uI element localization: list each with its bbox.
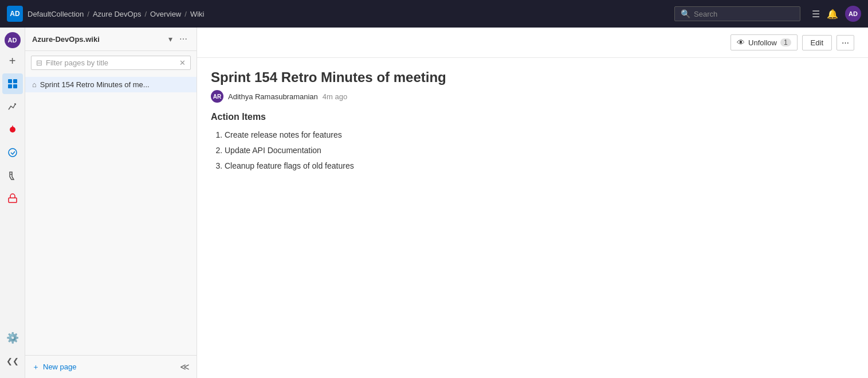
svg-rect-0 bbox=[8, 79, 12, 83]
rail-devops[interactable] bbox=[2, 142, 23, 163]
svg-point-6 bbox=[9, 149, 17, 157]
user-avatar[interactable]: AD bbox=[845, 6, 861, 22]
plus-icon: ＋ bbox=[32, 362, 40, 372]
more-options-button[interactable]: ⋯ bbox=[836, 35, 854, 50]
list-icon[interactable]: ☰ bbox=[812, 9, 820, 20]
breadcrumb-azure-devops[interactable]: Azure DevOps bbox=[93, 10, 142, 18]
svg-rect-1 bbox=[13, 79, 17, 83]
notification-icon[interactable]: 🔔 bbox=[827, 9, 838, 20]
logo-text: AD bbox=[10, 10, 19, 18]
svg-rect-3 bbox=[13, 84, 17, 88]
sidebar-header: Azure-DevOps.wiki ▾ ⋯ bbox=[25, 28, 197, 51]
rail-add[interactable]: + bbox=[2, 50, 23, 71]
sidebar-pages: ⌂ Sprint 154 Retro Minutes of me... bbox=[25, 75, 197, 355]
svg-rect-8 bbox=[9, 198, 17, 202]
icon-rail: AD + ⚙️ ❮❮ bbox=[0, 28, 25, 378]
search-box[interactable]: 🔍 bbox=[674, 6, 800, 21]
rail-collapse[interactable]: ❮❮ bbox=[2, 350, 23, 371]
edit-button[interactable]: Edit bbox=[802, 35, 832, 50]
clear-filter-icon[interactable]: ✕ bbox=[179, 59, 186, 67]
rail-settings[interactable]: ⚙️ bbox=[2, 328, 23, 348]
content-body: Action Items Create release notes for fe… bbox=[197, 112, 868, 378]
page-title: Sprint 154 Retro Minutes of meeting bbox=[211, 69, 854, 85]
ellipsis-icon: ⋯ bbox=[842, 38, 849, 47]
collapse-sidebar-icon[interactable]: ≪ bbox=[180, 361, 190, 372]
rail-avatar[interactable]: AD bbox=[5, 32, 21, 48]
breadcrumb-overview[interactable]: Overview bbox=[150, 10, 181, 18]
author-name: Adithya Ramasubramanian bbox=[228, 92, 318, 101]
main-body: AD + ⚙️ ❮❮ Azu bbox=[0, 28, 868, 378]
rail-bugs[interactable] bbox=[2, 119, 23, 140]
unfollow-icon: 👁 bbox=[737, 38, 745, 47]
chevron-left-icon: ❮❮ bbox=[6, 357, 19, 365]
action-items-list: Create release notes for features Update… bbox=[211, 129, 854, 172]
wiki-title: Azure-DevOps.wiki bbox=[32, 35, 163, 44]
unfollow-label: Unfollow bbox=[748, 38, 777, 47]
chevron-down-icon[interactable]: ▾ bbox=[166, 33, 175, 45]
topbar-icon-group: ☰ 🔔 AD bbox=[812, 6, 861, 22]
search-icon: 🔍 bbox=[681, 9, 690, 18]
rail-test[interactable] bbox=[2, 165, 23, 186]
page-meta: AR Adithya Ramasubramanian 4m ago bbox=[211, 90, 854, 103]
follow-count: 1 bbox=[780, 38, 791, 46]
sidebar-footer: ＋ New page ≪ bbox=[25, 355, 197, 378]
action-item-2: Update API Documentation bbox=[225, 145, 854, 157]
filter-input[interactable] bbox=[46, 59, 176, 67]
content-title-row: Sprint 154 Retro Minutes of meeting AR A… bbox=[197, 58, 868, 112]
unfollow-button[interactable]: 👁 Unfollow 1 bbox=[730, 34, 798, 50]
sidebar-filter-box[interactable]: ⊟ ✕ bbox=[31, 56, 191, 70]
filter-icon: ⊟ bbox=[36, 59, 42, 67]
svg-point-4 bbox=[10, 127, 15, 133]
app-logo[interactable]: AD bbox=[7, 6, 23, 22]
breadcrumb-default-collection[interactable]: DefaultCollection bbox=[28, 10, 84, 18]
home-icon: ⌂ bbox=[32, 80, 37, 89]
sidebar-header-icons: ▾ ⋯ bbox=[166, 33, 190, 45]
new-page-label: New page bbox=[43, 363, 77, 371]
author-avatar: AR bbox=[211, 90, 223, 103]
settings-icon: ⚙️ bbox=[6, 332, 19, 344]
breadcrumb: DefaultCollection / Azure DevOps / Overv… bbox=[28, 10, 204, 18]
rail-analytics[interactable] bbox=[2, 96, 23, 117]
svg-rect-2 bbox=[8, 84, 12, 88]
page-item-label: Sprint 154 Retro Minutes of me... bbox=[40, 80, 150, 89]
content-toolbar: 👁 Unfollow 1 Edit ⋯ bbox=[197, 28, 868, 58]
section-heading: Action Items bbox=[211, 112, 854, 122]
action-item-1: Create release notes for features bbox=[225, 129, 854, 141]
more-options-icon[interactable]: ⋯ bbox=[177, 33, 190, 45]
search-input[interactable] bbox=[694, 10, 794, 18]
edit-label: Edit bbox=[811, 38, 823, 47]
new-page-button[interactable]: ＋ New page bbox=[32, 362, 77, 372]
breadcrumb-wiki[interactable]: Wiki bbox=[190, 10, 205, 18]
sidebar-page-item[interactable]: ⌂ Sprint 154 Retro Minutes of me... bbox=[25, 77, 197, 92]
action-item-3: Cleanup feature flags of old features bbox=[225, 160, 854, 172]
content-area: 👁 Unfollow 1 Edit ⋯ Sprint 154 Retro Min… bbox=[197, 28, 868, 378]
topbar: AD DefaultCollection / Azure DevOps / Ov… bbox=[0, 0, 868, 28]
sidebar: Azure-DevOps.wiki ▾ ⋯ ⊟ ✕ ⌂ Sprint 154 R… bbox=[25, 28, 197, 378]
time-ago: 4m ago bbox=[323, 92, 347, 101]
rail-artifacts[interactable] bbox=[2, 188, 23, 209]
rail-boards[interactable] bbox=[2, 73, 23, 94]
